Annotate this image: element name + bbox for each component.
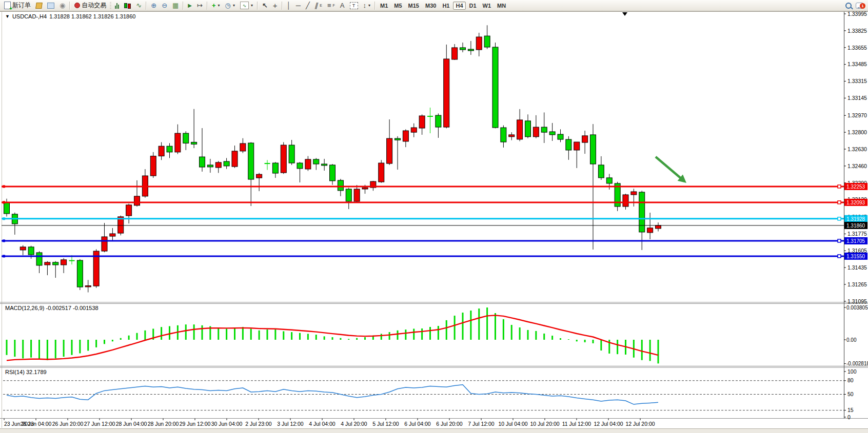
fibonacci-icon: ≡ — [327, 2, 331, 9]
arrow-annotation[interactable] — [656, 157, 686, 183]
macd-panel — [6, 307, 659, 363]
text-label-icon: T — [350, 2, 358, 9]
cube-icon — [35, 3, 43, 9]
svg-text:11 Jul 12:00: 11 Jul 12:00 — [562, 421, 591, 427]
profiles-button[interactable] — [45, 0, 57, 11]
status-strip — [0, 428, 868, 433]
time-axis[interactable]: 23 Jun 202326 Jun 04:0026 Jun 20:0027 Ju… — [4, 419, 655, 427]
timeframe-button-M1[interactable]: M1 — [378, 2, 390, 10]
svg-text:4 Jul 04:00: 4 Jul 04:00 — [309, 421, 336, 427]
chart-shift-marker-icon[interactable] — [622, 12, 627, 16]
vertical-line-tool-button[interactable]: │ — [284, 0, 293, 11]
new-order-button[interactable]: + 新订单 — [2, 0, 33, 11]
svg-text:0.00: 0.00 — [846, 337, 857, 343]
candlestick-chart-icon — [124, 3, 131, 9]
timeframe-button-M5[interactable]: M5 — [391, 2, 404, 10]
price-chart-canvas[interactable]: 1.339951.338251.336551.334851.333151.331… — [0, 0, 868, 433]
horizontal-line-icon: ─ — [296, 2, 301, 9]
timeframe-button-H1[interactable]: H1 — [440, 2, 452, 10]
autotrading-status-icon — [74, 3, 80, 8]
crosshair-icon: + — [273, 2, 278, 9]
signals-button[interactable]: ◉ — [57, 0, 68, 11]
timeframe-group: M1M5M15M30H1H4D1W1MN — [377, 2, 509, 9]
autotrading-button[interactable]: 自动交易 — [72, 0, 109, 11]
svg-text:1.32460: 1.32460 — [847, 163, 867, 169]
indicators-button[interactable]: ∿ ▾ — [238, 0, 255, 11]
svg-text:1.31435: 1.31435 — [847, 264, 867, 271]
svg-text:1.33315: 1.33315 — [847, 78, 867, 84]
new-chart-button[interactable]: + ▾ — [209, 0, 223, 11]
auto-scroll-button[interactable]: ▶ — [185, 0, 194, 11]
cursor-tool-button[interactable]: ↖ — [260, 0, 270, 11]
toolbar-separator — [146, 2, 147, 10]
svg-text:6 Jul 20:00: 6 Jul 20:00 — [436, 421, 463, 427]
candlestick-chart-button[interactable] — [122, 0, 133, 11]
signal-icon: ◉ — [60, 2, 65, 9]
bar-chart-button[interactable] — [112, 0, 122, 11]
channel-tool-button[interactable]: ∥E — [312, 0, 325, 11]
svg-text:10 Jul 04:00: 10 Jul 04:00 — [498, 421, 527, 427]
horizontal-line-1.31705[interactable]: 1.31705 — [2, 237, 867, 244]
periods-button[interactable]: ◷ ▾ — [223, 0, 238, 11]
svg-text:1.33145: 1.33145 — [847, 95, 867, 101]
svg-text:50: 50 — [847, 391, 854, 397]
timeframe-button-M15[interactable]: M15 — [406, 2, 422, 10]
svg-text:1.31775: 1.31775 — [847, 231, 867, 237]
zoom-out-button[interactable]: ⊖ — [159, 0, 170, 11]
svg-text:100: 100 — [847, 368, 857, 375]
indicator-axes[interactable]: 0.0038050.00-0.0028181008050150 — [844, 305, 868, 420]
timeframe-button-W1[interactable]: W1 — [480, 2, 494, 10]
svg-text:2 Jul 23:00: 2 Jul 23:00 — [245, 421, 272, 427]
timeframe-button-M30[interactable]: M30 — [423, 2, 439, 10]
svg-text:1.31095: 1.31095 — [847, 298, 867, 304]
horizontal-line-1.31928[interactable]: 1.31928 — [2, 215, 867, 222]
svg-text:1.33825: 1.33825 — [847, 28, 867, 34]
svg-text:7 Jul 12:00: 7 Jul 12:00 — [468, 421, 495, 427]
trendline-tool-button[interactable]: ╱ — [303, 0, 312, 11]
fibonacci-tool-button[interactable]: ≡F — [325, 0, 338, 11]
horizontal-line-1.31550[interactable]: 1.31550 — [2, 253, 867, 260]
autotrading-label: 自动交易 — [82, 1, 106, 10]
svg-text:0: 0 — [847, 414, 851, 420]
text-tool-icon: A — [340, 2, 345, 9]
horizontal-line-tool-button[interactable]: ─ — [293, 0, 303, 11]
svg-text:1.32253: 1.32253 — [846, 184, 865, 190]
svg-text:3 Jul 12:00: 3 Jul 12:00 — [277, 421, 304, 427]
notification-badge[interactable]: 1 — [860, 3, 865, 9]
channel-icon-sub: E — [320, 4, 322, 7]
chart-shift-icon: ↦ — [197, 2, 203, 9]
svg-text:26 Jun 04:00: 26 Jun 04:00 — [21, 421, 52, 427]
tile-windows-icon: ▦ — [172, 2, 179, 9]
price-axis[interactable]: 1.339951.338251.336551.334851.333151.331… — [844, 11, 867, 304]
arrows-tool-button[interactable]: ↕ ▾ — [361, 0, 373, 11]
cursor-icon: ↖ — [262, 2, 268, 9]
svg-text:1.31928: 1.31928 — [846, 216, 865, 222]
macd-indicator-label: MACD(12,26,9) -0.002517 -0.001538 — [5, 305, 98, 311]
svg-text:1.31265: 1.31265 — [847, 281, 867, 287]
svg-text:1.33995: 1.33995 — [847, 11, 867, 17]
line-chart-button[interactable]: ∿ — [133, 0, 144, 11]
timeframe-button-H4[interactable]: H4 — [453, 2, 465, 10]
toolbar-separator — [257, 2, 258, 10]
text-label-tool-button[interactable]: T — [347, 0, 361, 11]
text-tool-button[interactable]: A — [338, 0, 347, 11]
toolbar-right-tools: 1 — [845, 3, 866, 9]
svg-text:1.33485: 1.33485 — [847, 61, 867, 67]
auto-scroll-icon: ▶ — [188, 2, 192, 9]
tile-windows-button[interactable]: ▦ — [170, 0, 181, 11]
svg-text:27 Jun 12:00: 27 Jun 12:00 — [84, 421, 115, 427]
svg-text:12 Jul 04:00: 12 Jul 04:00 — [594, 421, 623, 427]
zoom-in-button[interactable]: ⊕ — [148, 0, 159, 11]
market-depth-button[interactable] — [33, 0, 45, 11]
svg-text:80: 80 — [847, 377, 854, 383]
timeframe-button-D1[interactable]: D1 — [467, 2, 479, 10]
chart-title-dropdown-icon[interactable]: ▼ — [5, 14, 10, 19]
chart-shift-button[interactable]: ↦ — [194, 0, 205, 11]
svg-text:1.31550: 1.31550 — [846, 254, 865, 259]
horizontal-line-1.32253[interactable]: 1.32253 — [2, 183, 867, 190]
toolbar-separator — [207, 2, 208, 10]
new-order-icon: + — [4, 2, 11, 9]
crosshair-tool-button[interactable]: + — [270, 0, 280, 11]
timeframe-button-MN[interactable]: MN — [495, 2, 508, 10]
search-icon[interactable] — [845, 3, 852, 9]
